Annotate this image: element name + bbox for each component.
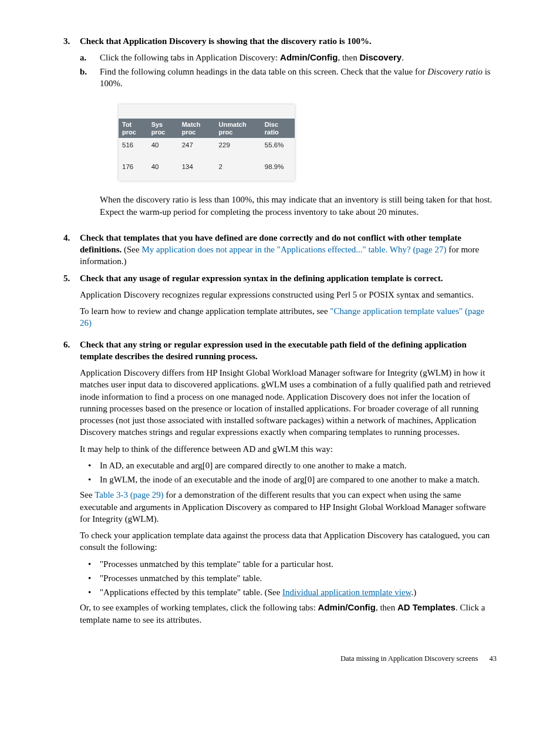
sub-number: a. <box>80 52 100 63</box>
list-item-3: 3. Check that Application Discovery is s… <box>63 35 497 227</box>
list-item-6: 6. Check that any string or regular expr… <box>63 339 497 630</box>
tab-name: Discovery <box>359 52 402 62</box>
sub-item-a: a. Click the following tabs in Applicati… <box>80 52 497 63</box>
text: Click the following tabs in Application … <box>100 53 280 62</box>
bullet-item: In gWLM, the inode of an executable and … <box>80 474 497 485</box>
item-title: Check that Application Discovery is show… <box>80 36 372 46</box>
cell: 247 <box>178 138 215 160</box>
paragraph: It may help to think of the difference b… <box>80 443 497 455</box>
tab-name: Admin/Config <box>318 602 376 612</box>
text: (See <box>122 245 141 254</box>
sub-body: Click the following tabs in Application … <box>100 52 497 63</box>
page-number: 43 <box>490 654 497 663</box>
list-item-5: 5. Check that any usage of regular expre… <box>63 272 497 334</box>
sub-item-b: b. Find the following column headings in… <box>80 66 497 222</box>
table-row: 516 40 247 229 55.6% <box>119 138 295 160</box>
item-number: 5. <box>63 272 80 334</box>
item-title: Check that any string or regular express… <box>80 340 467 361</box>
data-table-wrap: Tot proc Sys proc Match proc Unmatch pro… <box>119 104 295 181</box>
sub-body: Find the following column headings in th… <box>100 66 497 222</box>
cell: 516 <box>119 138 148 160</box>
item-body: Check that any string or regular express… <box>80 339 497 630</box>
cell: 55.6% <box>261 138 295 160</box>
item-title: Check that any usage of regular expressi… <box>80 274 443 283</box>
bullet-item: "Processes unmatched by this template" t… <box>80 572 497 584</box>
col-header: Sys proc <box>148 119 178 138</box>
text: , then <box>376 603 397 612</box>
col-header: Unmatch proc <box>215 119 261 138</box>
bullet-item: "Applications effected by this template"… <box>80 586 497 598</box>
item-body: Check that Application Discovery is show… <box>80 35 497 227</box>
text: Find the following column headings in th… <box>100 67 427 76</box>
italic-term: Discovery ratio <box>427 67 483 76</box>
cell: 98.9% <box>261 160 295 181</box>
hyperlink[interactable]: Individual application template view <box>282 588 411 597</box>
bullet-item: "Processes unmatched by this template" t… <box>80 558 497 570</box>
cross-ref-link[interactable]: Table 3-3 (page 29) <box>95 490 164 499</box>
ordered-list: 3. Check that Application Discovery is s… <box>63 35 497 630</box>
col-header: Match proc <box>178 119 215 138</box>
text: Or, to see examples of working templates… <box>80 603 318 612</box>
text: To learn how to review and change applic… <box>80 306 330 316</box>
cross-ref-link[interactable]: My application does not appear in the "A… <box>141 245 446 254</box>
text: .) <box>411 588 416 597</box>
col-header: Tot proc <box>119 119 148 138</box>
item-body: Check that any usage of regular expressi… <box>80 272 497 334</box>
paragraph: To check your application template data … <box>80 529 497 553</box>
cell: 134 <box>178 160 215 181</box>
item-number: 6. <box>63 339 80 630</box>
list-item-4: 4. Check that templates that you have de… <box>63 232 497 268</box>
item-number: 4. <box>63 232 80 268</box>
footer-title: Data missing in Application Discovery sc… <box>340 654 478 663</box>
table-header-row: Tot proc Sys proc Match proc Unmatch pro… <box>119 119 295 138</box>
sub-number: b. <box>80 66 100 222</box>
cell: 40 <box>148 138 178 160</box>
bullet-list: In AD, an executable and arg[0] are comp… <box>80 460 497 486</box>
item-number: 3. <box>63 35 80 227</box>
cell: 2 <box>215 160 261 181</box>
bullet-list: "Processes unmatched by this template" t… <box>80 558 497 599</box>
col-header: Disc ratio <box>261 119 295 138</box>
text: . <box>402 53 404 62</box>
page-footer: Data missing in Application Discovery sc… <box>63 654 497 664</box>
text: See <box>80 490 95 499</box>
data-table: Tot proc Sys proc Match proc Unmatch pro… <box>119 119 295 181</box>
paragraph: When the discovery ratio is less than 10… <box>100 194 497 218</box>
table-row: 176 40 134 2 98.9% <box>119 160 295 181</box>
text: , then <box>338 53 359 62</box>
cell: 229 <box>215 138 261 160</box>
bullet-item: In AD, an executable and arg[0] are comp… <box>80 460 497 471</box>
tab-name: AD Templates <box>397 602 456 612</box>
item-body: Check that templates that you have defin… <box>80 232 497 268</box>
tab-name: Admin/Config <box>280 52 338 62</box>
sub-list: a. Click the following tabs in Applicati… <box>80 52 497 222</box>
text: "Applications effected by this template"… <box>100 588 282 597</box>
paragraph: Application Discovery differs from HP In… <box>80 367 497 438</box>
cell: 40 <box>148 160 178 181</box>
paragraph: Application Discovery recognizes regular… <box>80 289 497 301</box>
cell: 176 <box>119 160 148 181</box>
